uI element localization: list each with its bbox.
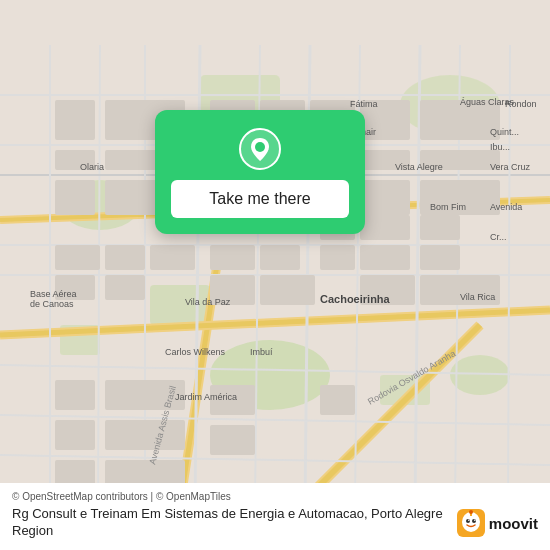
svg-rect-73 — [55, 380, 95, 410]
svg-point-117 — [469, 510, 473, 514]
attribution: © OpenStreetMap contributors | © OpenMap… — [12, 491, 538, 502]
svg-text:Fátima: Fátima — [350, 99, 378, 109]
moovit-text: moovit — [489, 515, 538, 532]
svg-text:Rondon: Rondon — [505, 99, 537, 109]
svg-rect-71 — [360, 180, 410, 215]
svg-rect-66 — [55, 180, 95, 215]
svg-rect-40 — [360, 245, 410, 270]
svg-rect-35 — [210, 245, 255, 270]
svg-text:Olaria: Olaria — [80, 162, 104, 172]
svg-text:Cachoeirinha: Cachoeirinha — [320, 293, 391, 305]
svg-rect-47 — [105, 245, 145, 270]
svg-rect-41 — [420, 215, 460, 240]
svg-text:Cr...: Cr... — [490, 232, 507, 242]
svg-text:de Canoas: de Canoas — [30, 299, 74, 309]
svg-rect-76 — [320, 385, 355, 415]
svg-point-114 — [468, 520, 470, 522]
moovit-icon — [457, 509, 485, 537]
take-me-there-button[interactable]: Take me there — [171, 180, 349, 218]
moovit-logo: moovit — [457, 509, 538, 537]
map-container: Base Aérea de Canoas Olaria Vila da Paz … — [0, 0, 550, 550]
svg-text:Jardim América: Jardim América — [175, 392, 237, 402]
svg-text:Vila Rica: Vila Rica — [460, 292, 495, 302]
svg-text:Quint...: Quint... — [490, 127, 519, 137]
svg-rect-77 — [55, 420, 95, 450]
svg-text:Base Aérea: Base Aérea — [30, 289, 77, 299]
svg-text:Imbuí: Imbuí — [250, 347, 273, 357]
svg-text:Vista Alegre: Vista Alegre — [395, 162, 443, 172]
svg-rect-48 — [150, 245, 195, 270]
location-card: Take me there — [155, 110, 365, 234]
svg-text:Avenida: Avenida — [490, 202, 522, 212]
svg-text:Ibu...: Ibu... — [490, 142, 510, 152]
location-pin-icon — [239, 128, 281, 170]
svg-point-109 — [255, 142, 265, 152]
svg-rect-38 — [360, 215, 410, 240]
bottom-bar: © OpenStreetMap contributors | © OpenMap… — [0, 483, 550, 550]
svg-point-115 — [474, 520, 476, 522]
place-name: Rg Consult e Treinam Em Sistemas de Ener… — [12, 506, 447, 540]
svg-point-112 — [466, 519, 470, 523]
svg-text:Vera Cruz: Vera Cruz — [490, 162, 531, 172]
svg-text:Bom Fim: Bom Fim — [430, 202, 466, 212]
svg-rect-42 — [420, 245, 460, 270]
svg-rect-52 — [55, 100, 95, 140]
place-info: Rg Consult e Treinam Em Sistemas de Ener… — [12, 506, 538, 540]
map-svg: Base Aérea de Canoas Olaria Vila da Paz … — [0, 0, 550, 550]
svg-rect-46 — [260, 275, 315, 305]
svg-text:Vila da Paz: Vila da Paz — [185, 297, 231, 307]
svg-rect-78 — [105, 420, 185, 450]
svg-rect-39 — [320, 245, 355, 270]
svg-rect-36 — [260, 245, 300, 270]
svg-rect-79 — [210, 425, 255, 455]
svg-rect-49 — [105, 275, 145, 300]
svg-text:Carlos Wilkens: Carlos Wilkens — [165, 347, 226, 357]
svg-rect-50 — [55, 245, 100, 270]
svg-point-113 — [472, 519, 476, 523]
